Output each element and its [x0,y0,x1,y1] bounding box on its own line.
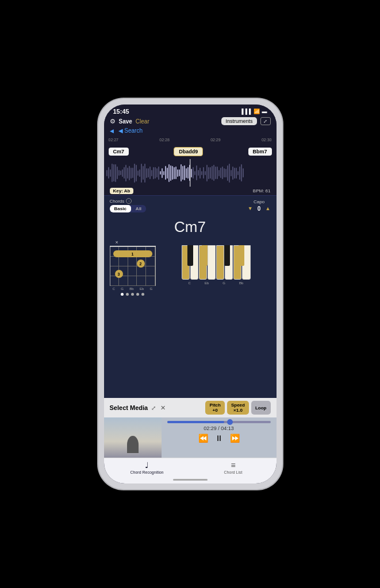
piano-key-bb[interactable] [233,245,241,280]
chord-pill-3[interactable]: Bbm7 [248,148,272,156]
capo-value: 0 [256,206,262,212]
finger-dot-3: 3 [115,270,123,278]
timeline-marker-1: 02:27 [109,138,119,142]
playhead-line [190,159,191,187]
media-close-button[interactable]: ✕ [160,404,166,412]
capo-label: Capo [254,199,264,204]
timeline-marker-3: 02:29 [210,138,221,142]
tab-chord-list[interactable]: ≡ Chord List [190,461,277,474]
diagram-dots [121,293,144,296]
piano-key-d[interactable] [190,245,198,280]
capo-control: ▼ 0 ▲ [248,206,271,212]
chord-basic-button[interactable]: Basic [110,205,131,212]
guitar-cell [146,257,155,266]
chord-pill-2-active[interactable]: Dbadd9 [174,147,203,156]
piano-key-g[interactable] [216,245,224,280]
media-expand-button[interactable]: ⤢ [151,405,156,411]
chords-section: Chords i Basic All [110,198,147,212]
capo-up-button[interactable]: ▲ [266,206,271,211]
capo-down-button[interactable]: ▼ [248,206,253,211]
playback-time: 02:29 / 04:13 [204,425,234,431]
timeline-marker-4: 02:30 [262,138,272,142]
guitar-cell [137,276,146,286]
guitar-cell [110,257,120,266]
piano-keys [182,245,251,280]
gear-icon[interactable]: ⚙ [110,118,116,125]
finger-dot-2: 2 [137,260,145,268]
media-playback: 02:29 / 04:13 ⏪ ⏸ ⏩ [162,417,277,458]
guitar-diagram: × [110,239,156,296]
piano-key-c[interactable] [182,245,190,280]
expand-button[interactable]: ⤢ [260,117,271,125]
diagram-dot-4 [136,293,139,296]
status-time: 15:45 [113,108,129,115]
home-bar [173,479,208,481]
chord-name-large: Cm7 [174,218,206,236]
signal-icon: ▐▐▐ [240,109,251,114]
guitar-note-g: G [121,287,124,291]
guitar-mute-symbol: × [116,239,118,245]
playback-thumb [227,419,233,425]
guitar-note-c: C [113,287,115,291]
piano-section: C Eb G Bb [162,239,271,285]
playback-slider[interactable] [167,421,271,423]
key-badge[interactable]: Key: Ab [110,188,134,194]
chord-list-icon: ≡ [231,461,235,470]
barre-bar-1: 1 [113,250,152,257]
nav-bar: ⚙ Save Clear Instruments ⤢ [104,116,277,127]
chord-controls: Chords i Basic All Capo ▼ 0 ▲ [104,195,277,215]
playback-buttons: ⏪ ⏸ ⏩ [198,434,240,443]
guitar-cell [119,276,128,286]
chord-all-button[interactable]: All [131,205,146,212]
bpm-text: BPM: 61 [253,188,271,194]
loop-button[interactable]: Loop [251,401,271,415]
chord-diagrams: × [104,239,277,396]
timeline: 02:27 02:28 02:29 02:30 [104,135,277,144]
guitar-note-bb: Bb [129,287,133,291]
media-controls: Pitch +0 Speed ×1.0 Loop [205,401,270,415]
back-label[interactable]: ◀ [110,128,114,134]
chords-label: Chords [110,199,125,204]
clear-button[interactable]: Clear [136,118,149,125]
tab-bar: ♩ Chord Recognition ≡ Chord List [104,458,277,475]
pause-button[interactable]: ⏸ [215,434,223,443]
piano-key-a[interactable] [225,245,233,280]
guitar-cell [128,276,137,286]
piano-label-bb: Bb [239,281,243,285]
media-header: Select Media ⤢ ✕ Pitch +0 Speed ×1.0 Loo… [104,398,277,417]
diagram-dot-5 [141,293,144,296]
tab-chord-recognition[interactable]: ♩ Chord Recognition [104,461,190,474]
piano-white-keys [182,245,251,280]
guitar-note-eb: Eb [140,287,144,291]
diagram-dot-2 [126,293,129,296]
rewind-button[interactable]: ⏪ [198,434,208,443]
save-button[interactable]: Save [119,118,132,125]
piano-label-c: C [189,281,191,285]
piano-key-c2[interactable] [242,245,250,280]
battery-icon: ▬ [262,109,267,114]
info-icon[interactable]: i [126,198,132,204]
thumbnail-figure [127,436,139,453]
home-indicator [104,475,277,483]
diagram-dot-3 [131,293,134,296]
timeline-marker-2: 02:28 [159,138,170,142]
media-thumbnail [104,417,162,458]
waveform-area[interactable] [104,159,277,187]
capo-section: Capo ▼ 0 ▲ [248,199,271,212]
timeline-markers: 02:27 02:28 02:29 02:30 [109,138,272,142]
media-title: Select Media [110,404,148,411]
piano-key-eb[interactable] [199,245,207,280]
search-label[interactable]: ◀ Search [118,127,143,134]
guitar-cell [128,257,137,266]
back-nav: ◀ ◀ Search [104,127,277,135]
guitar-cell [146,276,155,286]
forward-button[interactable]: ⏩ [230,434,240,443]
media-section: Select Media ⤢ ✕ Pitch +0 Speed ×1.0 Loo… [104,398,277,458]
chords-label-row: Chords i [110,198,132,204]
chord-pill-1[interactable]: Cm7 [109,148,129,156]
pitch-button[interactable]: Pitch +0 [205,401,225,415]
instruments-button[interactable]: Instruments [221,117,256,125]
speed-button[interactable]: Speed ×1.0 [227,401,249,415]
piano-key-f[interactable] [208,245,216,280]
status-icons: ▐▐▐ 📶 ▬ [240,109,267,114]
